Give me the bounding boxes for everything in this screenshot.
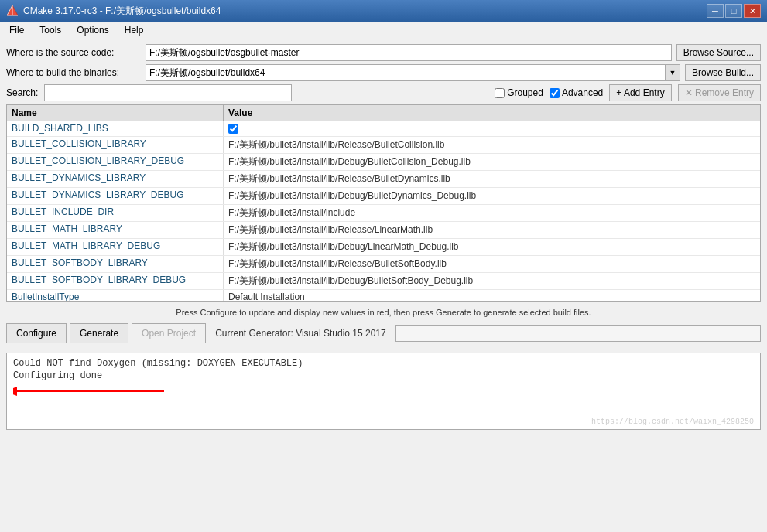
menu-tools[interactable]: Tools [33,23,67,37]
build-dropdown-button[interactable]: ▼ [665,64,680,81]
cell-value: F:/美斯顿/bullet3/install/lib/Debug/BulletD… [224,188,760,204]
table-row[interactable]: BULLET_COLLISION_LIBRARYF:/美斯顿/bullet3/i… [7,137,760,154]
cell-name: BULLET_SOFTBODY_LIBRARY_DEBUG [7,273,224,289]
source-row: Where is the source code: Browse Source.… [6,44,761,61]
cell-value[interactable] [224,121,760,136]
cell-value: F:/美斯顿/bullet3/install/lib/Debug/BulletC… [224,154,760,170]
cell-value: F:/美斯顿/bullet3/install/lib/Release/Bulle… [224,137,760,153]
cell-name: BULLET_DYNAMICS_LIBRARY_DEBUG [7,188,224,204]
search-row: Search: Grouped Advanced + Add Entry ✕ R… [6,84,761,101]
menu-help[interactable]: Help [118,23,150,37]
table-row[interactable]: BULLET_SOFTBODY_LIBRARYF:/美斯顿/bullet3/in… [7,256,760,273]
cell-name: BULLET_COLLISION_LIBRARY [7,137,224,153]
maximize-button[interactable]: □ [725,4,742,18]
output-line-2: Configuring done [13,370,754,381]
column-value-header: Value [224,105,760,121]
row-checkbox[interactable] [228,124,238,134]
table-row[interactable]: BULLET_SOFTBODY_LIBRARY_DEBUGF:/美斯顿/bull… [7,273,760,290]
cell-value: F:/美斯顿/bullet3/install/lib/Debug/LinearM… [224,239,760,255]
cell-name: BUILD_SHARED_LIBS [7,121,224,136]
source-input[interactable] [146,44,672,61]
table-row[interactable]: BULLET_MATH_LIBRARYF:/美斯顿/bullet3/instal… [7,222,760,239]
output-area: Could NOT find Doxygen (missing: DOXYGEN… [6,353,761,430]
advanced-checkbox[interactable] [550,88,560,98]
table-row[interactable]: BulletInstallTypeDefault Installation [7,290,760,302]
table-row[interactable]: BULLET_COLLISION_LIBRARY_DEBUGF:/美斯顿/bul… [7,154,760,171]
cell-name: BULLET_SOFTBODY_LIBRARY [7,256,224,272]
build-input-container: ▼ [146,64,680,81]
cell-name: BulletInstallType [7,290,224,302]
minimize-button[interactable]: ─ [707,4,724,18]
browse-source-button[interactable]: Browse Source... [676,44,761,61]
source-label: Where is the source code: [6,47,146,58]
generator-text: Current Generator: Visual Studio 15 2017 [215,328,386,339]
close-button[interactable]: ✕ [744,4,761,18]
cell-name: BULLET_COLLISION_LIBRARY_DEBUG [7,154,224,170]
main-content: Where is the source code: Browse Source.… [0,39,767,353]
remove-entry-button[interactable]: ✕ Remove Entry [678,84,761,101]
table-row[interactable]: BULLET_DYNAMICS_LIBRARY_DEBUGF:/美斯顿/bull… [7,188,760,205]
menu-file[interactable]: File [3,23,30,37]
watermark: https://blog.csdn.net/waixn_4298250 [591,418,754,426]
add-entry-button[interactable]: + Add Entry [609,84,671,101]
column-name-header: Name [7,105,224,121]
table-body: BUILD_SHARED_LIBSBULLET_COLLISION_LIBRAR… [7,121,760,302]
table-row[interactable]: BULLET_MATH_LIBRARY_DEBUGF:/美斯顿/bullet3/… [7,239,760,256]
cell-value: F:/美斯顿/bullet3/install/lib/Release/Linea… [224,222,760,238]
config-table: Name Value BUILD_SHARED_LIBSBULLET_COLLI… [6,104,761,302]
cell-name: BULLET_MATH_LIBRARY_DEBUG [7,239,224,255]
table-row[interactable]: BULLET_DYNAMICS_LIBRARYF:/美斯顿/bullet3/in… [7,171,760,188]
table-header: Name Value [7,105,760,121]
cell-name: BULLET_MATH_LIBRARY [7,222,224,238]
button-row: Configure Generate Open Project Current … [6,323,761,343]
build-label: Where to build the binaries: [6,67,146,78]
grouped-checkbox[interactable] [495,88,505,98]
cmake-icon [6,5,19,17]
search-options: Grouped Advanced + Add Entry ✕ Remove En… [298,84,761,101]
menu-options[interactable]: Options [70,23,115,37]
cell-value: F:/美斯顿/bullet3/install/lib/Release/Bulle… [224,256,760,272]
generate-button[interactable]: Generate [70,323,128,343]
status-message: Press Configure to update and display ne… [6,306,761,319]
table-row[interactable]: BUILD_SHARED_LIBS [7,121,760,137]
cell-value: F:/美斯顿/bullet3/install/lib/Debug/BulletS… [224,273,760,289]
build-row: Where to build the binaries: ▼ Browse Bu… [6,64,761,81]
progress-bar [395,325,761,342]
search-input[interactable] [44,84,292,101]
configure-button[interactable]: Configure [6,323,67,343]
cell-value: F:/美斯顿/bullet3/install/lib/Release/Bulle… [224,171,760,187]
cell-name: BULLET_INCLUDE_DIR [7,205,224,221]
output-line-1: Could NOT find Doxygen (missing: DOXYGEN… [13,358,754,369]
cell-name: BULLET_DYNAMICS_LIBRARY [7,171,224,187]
table-row[interactable]: BULLET_INCLUDE_DIRF:/美斯顿/bullet3/install… [7,205,760,222]
search-label: Search: [6,87,38,98]
advanced-label[interactable]: Advanced [550,87,603,98]
cell-value: F:/美斯顿/bullet3/install/include [224,205,760,221]
open-project-button: Open Project [132,323,206,343]
browse-build-button[interactable]: Browse Build... [685,64,761,81]
arrow-indicator [13,384,754,401]
title-text: CMake 3.17.0-rc3 - F:/美斯顿/ogsbullet/buil… [23,5,221,18]
menu-bar: File Tools Options Help [0,22,767,39]
title-bar: CMake 3.17.0-rc3 - F:/美斯顿/ogsbullet/buil… [0,0,767,22]
build-input[interactable] [146,64,665,81]
cell-value: Default Installation [224,290,760,302]
grouped-label[interactable]: Grouped [495,87,543,98]
